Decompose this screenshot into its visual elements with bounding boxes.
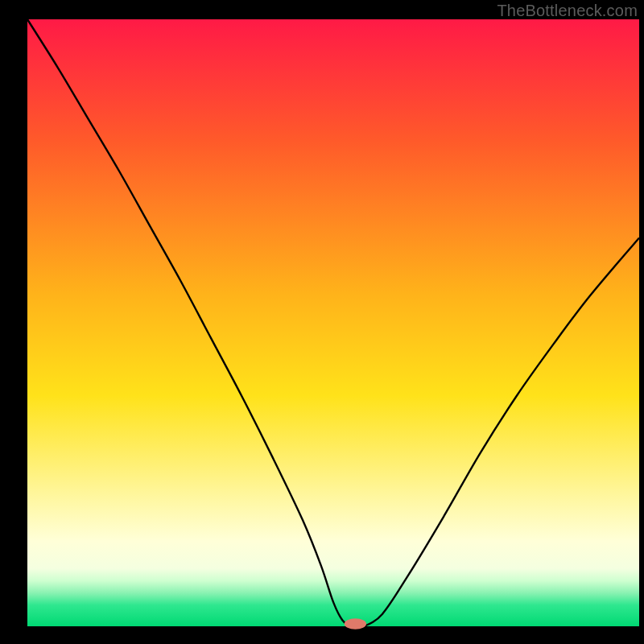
gradient-background: [27, 19, 639, 626]
watermark-text: TheBottleneck.com: [497, 2, 638, 20]
bottleneck-chart: [0, 0, 644, 644]
bottleneck-marker: [345, 618, 366, 630]
chart-frame: TheBottleneck.com: [0, 0, 644, 644]
